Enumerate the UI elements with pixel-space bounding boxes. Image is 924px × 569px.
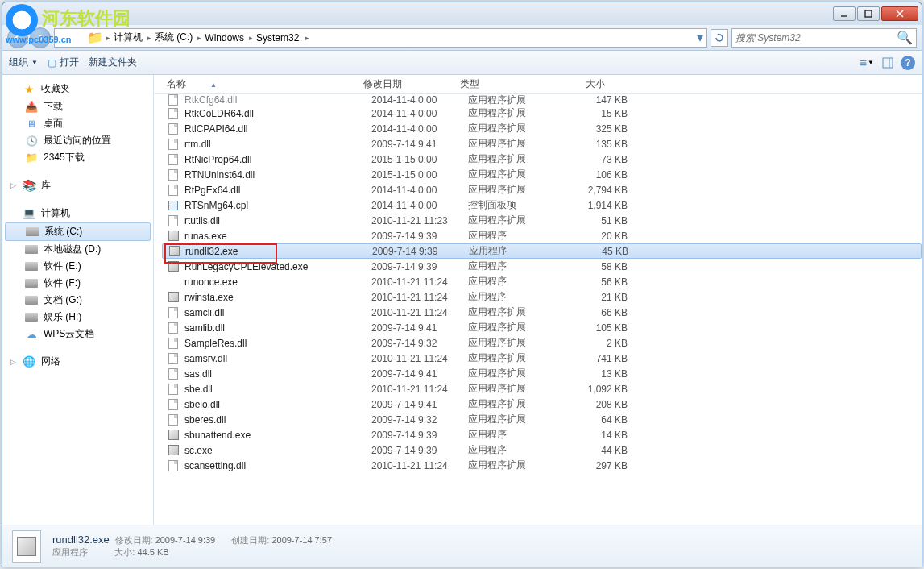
sidebar-item-downloads[interactable]: 📥下载 bbox=[2, 98, 153, 115]
sidebar-item-desktop[interactable]: 🖥桌面 bbox=[2, 115, 153, 132]
breadcrumb-drive[interactable]: ▸系统 (C:) bbox=[146, 31, 194, 44]
file-row[interactable]: RTNUninst64.dll2015-1-15 0:00应用程序扩展106 K… bbox=[162, 167, 922, 182]
sidebar-network[interactable]: ▷🌐网络 bbox=[2, 352, 153, 371]
file-date: 2015-1-15 0:00 bbox=[371, 169, 468, 181]
sidebar-drive-g[interactable]: 文档 (G:) bbox=[2, 292, 153, 309]
file-row[interactable]: RtNicProp64.dll2015-1-15 0:00应用程序扩展73 KB bbox=[162, 152, 922, 167]
file-type: 应用程序扩展 bbox=[468, 336, 565, 350]
file-row[interactable]: RunLegacyCPLElevated.exe2009-7-14 9:39应用… bbox=[162, 259, 922, 274]
column-date[interactable]: 修改日期 bbox=[363, 77, 460, 91]
details-pane: rundll32.exe 修改日期: 2009-7-14 9:39 创建日期: … bbox=[2, 525, 922, 567]
file-name: RtPgEx64.dll bbox=[184, 185, 371, 196]
breadcrumb-system32[interactable]: ▸System32▸ bbox=[247, 32, 311, 44]
preview-pane-button[interactable] bbox=[880, 55, 896, 71]
sidebar-drive-d[interactable]: 本地磁盘 (D:) bbox=[2, 241, 153, 258]
column-headers[interactable]: 名称▲ 修改日期 类型 大小 bbox=[154, 75, 922, 94]
view-button[interactable]: ▼ bbox=[859, 55, 875, 71]
back-button[interactable] bbox=[7, 27, 28, 48]
file-row[interactable]: RtlCPAPI64.dll2014-11-4 0:00应用程序扩展325 KB bbox=[162, 121, 922, 136]
search-icon[interactable]: 🔍 bbox=[897, 30, 913, 45]
file-type: 应用程序扩展 bbox=[468, 183, 565, 197]
file-row[interactable]: sberes.dll2009-7-14 9:32应用程序扩展64 KB bbox=[162, 412, 922, 427]
organize-button[interactable]: 组织▼ bbox=[9, 56, 38, 69]
help-button[interactable]: ? bbox=[901, 56, 915, 70]
file-row[interactable]: samcli.dll2010-11-21 11:24应用程序扩展66 KB bbox=[162, 305, 922, 320]
file-row[interactable]: SampleRes.dll2009-7-14 9:32应用程序扩展2 KB bbox=[162, 335, 922, 351]
breadcrumb-computer[interactable]: ▸计算机 bbox=[105, 31, 144, 44]
sidebar-drive-e[interactable]: 软件 (E:) bbox=[2, 258, 153, 275]
search-box[interactable]: 🔍 bbox=[731, 28, 917, 48]
file-icon bbox=[167, 230, 180, 243]
sidebar-drive-c[interactable]: 系统 (C:) bbox=[5, 222, 151, 241]
breadcrumb-windows[interactable]: ▸Windows bbox=[196, 32, 246, 44]
column-size[interactable]: 大小 bbox=[557, 77, 621, 91]
file-date: 2010-11-21 11:23 bbox=[371, 215, 468, 226]
file-row[interactable]: runas.exe2009-7-14 9:39应用程序20 KB bbox=[162, 228, 922, 243]
file-row[interactable]: rtutils.dll2010-11-21 11:23应用程序扩展51 KB bbox=[162, 213, 922, 228]
new-folder-button[interactable]: 新建文件夹 bbox=[89, 56, 137, 69]
file-type: 应用程序扩展 bbox=[468, 459, 565, 472]
sidebar-favorites[interactable]: ★收藏夹 bbox=[2, 80, 153, 98]
file-name: sbe.dll bbox=[184, 384, 371, 395]
file-type: 应用程序 bbox=[468, 229, 565, 243]
file-row[interactable]: sbe.dll2010-11-21 11:24应用程序扩展1,092 KB bbox=[162, 381, 922, 397]
file-date: 2009-7-14 9:39 bbox=[372, 246, 469, 257]
file-list[interactable]: RtkCfg64.dll2014-11-4 0:00应用程序扩展147 KBRt… bbox=[154, 94, 922, 525]
file-row[interactable]: rundll32.exe2009-7-14 9:39应用程序45 KB bbox=[162, 243, 922, 259]
file-row[interactable]: rwinsta.exe2010-11-21 11:24应用程序21 KB bbox=[162, 289, 922, 305]
file-icon bbox=[167, 383, 180, 396]
column-type[interactable]: 类型 bbox=[460, 77, 557, 91]
file-icon bbox=[167, 168, 180, 181]
close-button[interactable] bbox=[881, 6, 918, 21]
file-row[interactable]: RtkCfg64.dll2014-11-4 0:00应用程序扩展147 KB bbox=[162, 94, 922, 106]
dropdown-icon[interactable]: ▾ bbox=[697, 30, 703, 45]
navigation-pane: ★收藏夹 📥下载 🖥桌面 🕓最近访问的位置 📁2345下载 ▷📚库 💻计算机 系… bbox=[2, 75, 154, 525]
file-row[interactable]: samlib.dll2009-7-14 9:41应用程序扩展105 KB bbox=[162, 320, 922, 335]
file-row[interactable]: RtkCoLDR64.dll2014-11-4 0:00应用程序扩展15 KB bbox=[162, 106, 922, 121]
file-type: 应用程序扩展 bbox=[468, 94, 565, 107]
file-size: 14 KB bbox=[565, 430, 628, 441]
titlebar bbox=[2, 2, 922, 25]
file-date: 2015-1-15 0:00 bbox=[371, 154, 468, 165]
file-row[interactable]: scansetting.dll2010-11-21 11:24应用程序扩展297… bbox=[162, 458, 922, 473]
sidebar-drive-h[interactable]: 娱乐 (H:) bbox=[2, 309, 153, 326]
sidebar-libraries[interactable]: ▷📚库 bbox=[2, 176, 153, 194]
maximize-button[interactable] bbox=[857, 6, 880, 21]
search-input[interactable] bbox=[735, 32, 897, 44]
open-button[interactable]: ▢打开 bbox=[48, 56, 79, 69]
file-row[interactable]: rtm.dll2009-7-14 9:41应用程序扩展135 KB bbox=[162, 136, 922, 152]
minimize-button[interactable] bbox=[833, 6, 856, 21]
sidebar-item-recent[interactable]: 🕓最近访问的位置 bbox=[2, 132, 153, 149]
file-row[interactable]: sbunattend.exe2009-7-14 9:39应用程序14 KB bbox=[162, 427, 922, 442]
file-row[interactable]: sc.exe2009-7-14 9:39应用程序44 KB bbox=[162, 442, 922, 458]
file-name: sc.exe bbox=[184, 445, 371, 456]
file-date: 2010-11-21 11:24 bbox=[371, 460, 468, 471]
breadcrumb-bar[interactable]: 📁 ▸计算机 ▸系统 (C:) ▸Windows ▸System32▸ ▾ bbox=[54, 28, 707, 48]
sidebar-drive-f[interactable]: 软件 (F:) bbox=[2, 275, 153, 292]
file-thumbnail bbox=[12, 530, 41, 563]
file-icon bbox=[167, 260, 180, 273]
file-row[interactable]: RtPgEx64.dll2014-11-4 0:00应用程序扩展2,794 KB bbox=[162, 182, 922, 197]
file-name: RtNicProp64.dll bbox=[184, 154, 371, 165]
file-date: 2009-7-14 9:32 bbox=[371, 338, 468, 349]
refresh-button[interactable] bbox=[711, 29, 728, 47]
file-size: 325 KB bbox=[565, 123, 628, 135]
file-size: 73 KB bbox=[565, 154, 628, 165]
file-row[interactable]: sas.dll2009-7-14 9:41应用程序扩展13 KB bbox=[162, 366, 922, 381]
file-row[interactable]: RTSnMg64.cpl2014-11-4 0:00控制面板项1,914 KB bbox=[162, 197, 922, 213]
file-row[interactable]: sbeio.dll2009-7-14 9:41应用程序扩展208 KB bbox=[162, 397, 922, 412]
file-name: rtutils.dll bbox=[184, 215, 371, 226]
forward-button[interactable] bbox=[30, 27, 51, 48]
file-date: 2009-7-14 9:39 bbox=[371, 430, 468, 441]
address-row: 📁 ▸计算机 ▸系统 (C:) ▸Windows ▸System32▸ ▾ 🔍 bbox=[2, 25, 922, 51]
sidebar-item-2345[interactable]: 📁2345下载 bbox=[2, 149, 153, 166]
sidebar-wps-cloud[interactable]: ☁WPS云文档 bbox=[2, 326, 153, 343]
file-type: 控制面板项 bbox=[468, 198, 565, 212]
file-icon bbox=[167, 276, 180, 289]
file-row[interactable]: samsrv.dll2010-11-21 11:24应用程序扩展741 KB bbox=[162, 351, 922, 366]
file-icon bbox=[167, 322, 180, 334]
column-name[interactable]: 名称▲ bbox=[154, 77, 363, 91]
sidebar-computer[interactable]: 💻计算机 bbox=[2, 204, 153, 222]
file-size: 56 KB bbox=[565, 276, 628, 288]
file-row[interactable]: runonce.exe2010-11-21 11:24应用程序56 KB bbox=[162, 274, 922, 289]
